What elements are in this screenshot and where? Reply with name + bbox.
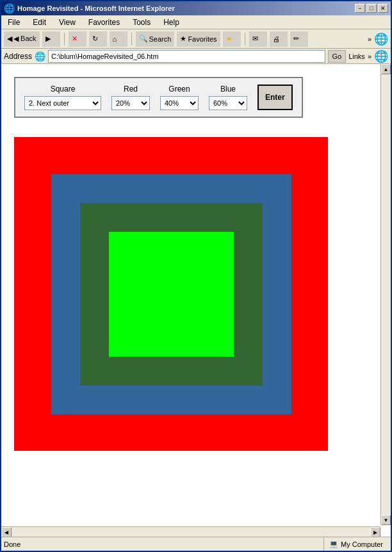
forward-icon: ▶ (45, 35, 51, 43)
address-bar: Address 🌐 Go Links » 🌐 (1, 49, 391, 64)
green-label: Green (168, 85, 190, 93)
home-icon: ⌂ (113, 35, 117, 43)
menu-view[interactable]: View (55, 17, 79, 28)
favorites-icon: ★ (180, 35, 186, 43)
edit-icon: ✏ (293, 35, 299, 43)
more-button[interactable]: » (368, 35, 372, 43)
maximize-button[interactable]: □ (366, 4, 377, 13)
window-controls: − □ ✕ (355, 4, 388, 13)
control-panel: Square 1. Outermost 2. Next outer 3. Mid… (14, 77, 303, 118)
red-control: Red 0% 10% 20% 30% 40% 50% 60% 70% 80% 9… (111, 85, 150, 110)
menu-bar: File Edit View Favorites Tools Help (1, 15, 391, 29)
go-button[interactable]: Go (328, 50, 347, 63)
back-icon: ◀ (7, 35, 12, 43)
favorites-button[interactable]: ★ Favorites (177, 31, 220, 47)
zone-label: My Computer (341, 540, 383, 548)
square-1 (14, 137, 328, 451)
square-4 (109, 232, 234, 357)
status-zone: 💻 My Computer (323, 537, 388, 551)
menu-tools[interactable]: Tools (129, 17, 154, 28)
square-2 (51, 174, 291, 414)
title-bar: 🌐 Homage Revisited - Microsoft Internet … (1, 1, 391, 15)
green-control: Green 0% 10% 20% 30% 40% 50% 60% 70% 80%… (160, 85, 199, 110)
green-select[interactable]: 0% 10% 20% 30% 40% 50% 60% 70% 80% 90% 1… (160, 96, 199, 110)
address-label: Address (4, 52, 32, 61)
status-bar: Done 💻 My Computer (1, 537, 391, 551)
red-label: Red (124, 85, 138, 93)
minimize-button[interactable]: − (355, 4, 365, 13)
toolbar-sep-3 (245, 33, 245, 45)
scrollbar-right: ▲ ▼ (380, 64, 391, 525)
home-button[interactable]: ⌂ (110, 31, 127, 47)
print-icon: 🖨 (273, 35, 280, 43)
page-content: Square 1. Outermost 2. Next outer 3. Mid… (1, 64, 380, 526)
print-button[interactable]: 🖨 (270, 31, 288, 47)
blue-select[interactable]: 0% 10% 20% 30% 40% 50% 60% 70% 80% 90% 1… (209, 96, 247, 110)
search-icon: 🔍 (139, 35, 148, 43)
scroll-left-button[interactable]: ◀ (1, 527, 12, 537)
square-label: Square (51, 85, 76, 93)
scroll-track-right (381, 74, 391, 515)
toolbar-sep-1 (64, 33, 65, 45)
history-button[interactable]: ★ (223, 31, 241, 47)
scroll-track-bottom (12, 527, 370, 537)
enter-button[interactable]: Enter (257, 85, 293, 110)
content-area: Square 1. Outermost 2. Next outer 3. Mid… (1, 64, 391, 537)
status-text: Done (4, 540, 318, 548)
search-button[interactable]: 🔍 Search (136, 31, 175, 47)
history-icon: ★ (226, 35, 233, 43)
forward-button[interactable]: ▶ (42, 31, 60, 47)
edit-button[interactable]: ✏ (290, 31, 308, 47)
computer-icon: 💻 (329, 540, 338, 548)
refresh-icon: ↻ (92, 35, 98, 43)
ie-logo-2: 🌐 (374, 49, 388, 63)
menu-favorites[interactable]: Favorites (85, 17, 124, 28)
square-3 (80, 203, 263, 386)
ie-logo: 🌐 (374, 32, 388, 46)
back-button[interactable]: ◀ ◀ Back (4, 31, 40, 47)
menu-help[interactable]: Help (159, 17, 183, 28)
links-more-icon: » (368, 53, 372, 60)
square-select[interactable]: 1. Outermost 2. Next outer 3. Middle 4. … (24, 96, 101, 110)
square-control: Square 1. Outermost 2. Next outer 3. Mid… (24, 85, 101, 110)
blue-control: Blue 0% 10% 20% 30% 40% 50% 60% 70% 80% … (209, 85, 247, 110)
squares-container (14, 137, 328, 451)
toolbar-sep-2 (131, 33, 132, 45)
window-title: Homage Revisited - Microsoft Internet Ex… (17, 4, 352, 12)
scroll-right-button[interactable]: ▶ (370, 527, 380, 537)
menu-edit[interactable]: Edit (29, 17, 50, 28)
scroll-up-button[interactable]: ▲ (381, 64, 391, 74)
scroll-down-button[interactable]: ▼ (381, 515, 391, 525)
menu-file[interactable]: File (4, 17, 24, 28)
close-button[interactable]: ✕ (378, 4, 388, 13)
red-select[interactable]: 0% 10% 20% 30% 40% 50% 60% 70% 80% 90% 1… (111, 96, 150, 110)
stop-button[interactable]: ✕ (69, 31, 86, 47)
address-icon: 🌐 (35, 51, 45, 61)
scrollbar-bottom: ◀ ▶ (1, 526, 380, 537)
ie-icon: 🌐 (4, 3, 15, 13)
mail-button[interactable]: ✉ (249, 31, 267, 47)
address-input[interactable] (48, 50, 325, 63)
toolbar: ◀ ◀ Back ▶ ✕ ↻ ⌂ 🔍 Search ★ Favorites ★ (1, 29, 391, 49)
refresh-button[interactable]: ↻ (89, 31, 107, 47)
mail-icon: ✉ (252, 35, 258, 43)
blue-label: Blue (220, 85, 236, 93)
links-label: Links (348, 53, 365, 60)
stop-icon: ✕ (72, 35, 78, 43)
ie-window: 🌐 Homage Revisited - Microsoft Internet … (0, 0, 392, 552)
